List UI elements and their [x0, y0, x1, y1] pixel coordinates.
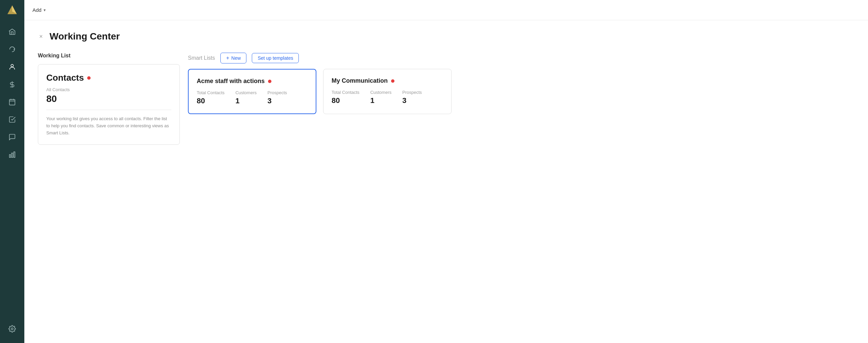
new-smart-list-button[interactable]: + New	[220, 53, 246, 63]
sidebar-item-finance[interactable]	[0, 76, 24, 93]
my-comm-prospects-label: Prospects	[402, 90, 422, 95]
acme-customers-label: Customers	[235, 90, 257, 95]
sidebar-nav	[0, 20, 24, 320]
acme-prospects-label: Prospects	[267, 90, 287, 95]
templates-label: Set up templates	[258, 55, 293, 61]
cards-row: Working List Contacts All Contacts 80 Yo…	[38, 53, 854, 145]
contacts-count: 80	[46, 94, 171, 104]
acme-stats-row: Total Contacts 80 Customers 1 Prospects …	[197, 90, 308, 105]
acme-prospects: Prospects 3	[267, 90, 287, 105]
sidebar-item-tasks[interactable]	[0, 111, 24, 128]
sidebar-item-calendar[interactable]	[0, 93, 24, 111]
smart-lists-header: Smart Lists + New Set up templates	[188, 53, 854, 63]
set-up-templates-button[interactable]: Set up templates	[252, 53, 299, 63]
working-card-title: Contacts	[46, 73, 84, 83]
smart-lists-cards: Acme staff with actions Total Contacts 8…	[188, 69, 854, 114]
plus-icon: +	[226, 55, 229, 61]
my-comm-prospects-value: 3	[402, 96, 422, 105]
my-comm-customers-label: Customers	[370, 90, 391, 95]
page-title: Working Center	[50, 31, 120, 42]
acme-prospects-value: 3	[267, 97, 287, 105]
my-comm-title-row: My Communication	[332, 77, 443, 84]
my-comm-prospects: Prospects 3	[402, 90, 422, 105]
close-button[interactable]: ×	[38, 32, 44, 41]
acme-title-row: Acme staff with actions	[197, 78, 308, 85]
all-contacts-label: All Contacts	[46, 87, 171, 92]
svg-point-11	[11, 328, 13, 330]
svg-rect-4	[9, 100, 15, 105]
smart-list-card-my-comm[interactable]: My Communication Total Contacts 80 Custo…	[323, 69, 452, 114]
working-list-section: Working List Contacts All Contacts 80 Yo…	[38, 53, 180, 145]
my-comm-stats-row: Total Contacts 80 Customers 1 Prospects …	[332, 90, 443, 105]
my-comm-customers-value: 1	[370, 96, 391, 105]
working-card-title-row: Contacts	[46, 73, 171, 83]
svg-point-2	[11, 64, 13, 67]
add-button[interactable]: Add ▾	[32, 7, 46, 13]
sidebar-item-settings[interactable]	[8, 320, 16, 338]
add-label: Add	[32, 7, 42, 13]
sidebar-item-home[interactable]	[0, 23, 24, 41]
acme-total-label: Total Contacts	[197, 90, 224, 95]
working-card-description: Your working list gives you access to al…	[46, 115, 171, 136]
new-label: New	[231, 55, 241, 61]
smart-list-card-acme[interactable]: Acme staff with actions Total Contacts 8…	[188, 69, 316, 114]
sidebar-item-contacts[interactable]	[0, 58, 24, 76]
acme-card-dot	[268, 80, 271, 83]
working-list-card[interactable]: Contacts All Contacts 80 Your working li…	[38, 64, 180, 145]
page-header: × Working Center	[38, 31, 854, 42]
card-divider	[46, 110, 171, 110]
chevron-down-icon: ▾	[44, 8, 46, 12]
sidebar-item-messages[interactable]	[0, 128, 24, 146]
my-comm-total-value: 80	[332, 96, 359, 105]
my-comm-card-dot	[391, 79, 394, 83]
my-comm-total-label: Total Contacts	[332, 90, 359, 95]
main-area: Add ▾ × Working Center Working List Cont…	[24, 0, 868, 343]
my-comm-card-title: My Communication	[332, 77, 388, 84]
smart-lists-label: Smart Lists	[188, 55, 215, 61]
svg-rect-9	[11, 153, 13, 157]
svg-rect-8	[9, 155, 11, 157]
acme-customers-value: 1	[235, 97, 257, 105]
topbar: Add ▾	[24, 0, 868, 20]
sidebar-item-reports[interactable]	[0, 146, 24, 163]
content-area: × Working Center Working List Contacts A…	[24, 20, 868, 343]
sidebar-item-sync[interactable]	[0, 41, 24, 58]
acme-total-value: 80	[197, 97, 224, 105]
my-comm-total-contacts: Total Contacts 80	[332, 90, 359, 105]
acme-card-title: Acme staff with actions	[197, 78, 265, 85]
sidebar-bottom	[8, 320, 16, 343]
smart-lists-section: Smart Lists + New Set up templates Acme …	[188, 53, 854, 114]
sidebar	[0, 0, 24, 343]
svg-rect-10	[14, 152, 15, 158]
working-list-label: Working List	[38, 53, 180, 59]
logo[interactable]	[0, 0, 24, 20]
acme-customers: Customers 1	[235, 90, 257, 105]
my-comm-customers: Customers 1	[370, 90, 391, 105]
acme-total-contacts: Total Contacts 80	[197, 90, 224, 105]
working-card-dot	[87, 76, 91, 80]
